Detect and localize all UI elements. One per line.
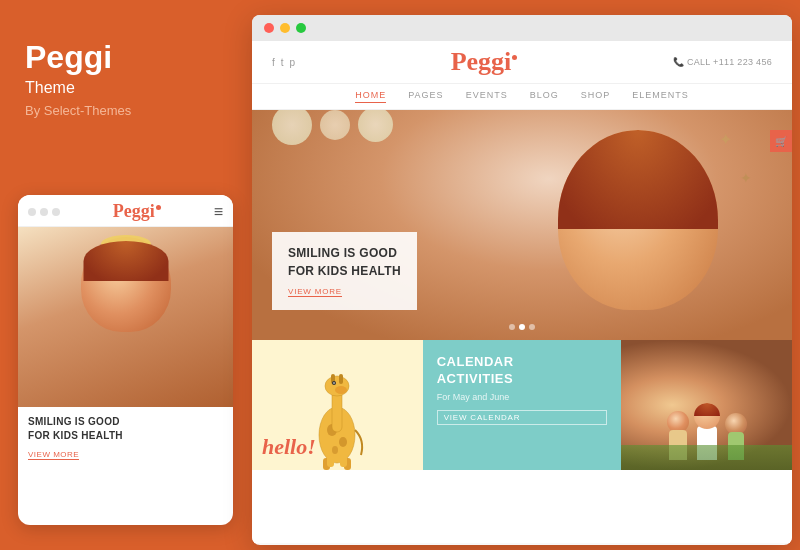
mobile-caption-title: SMILING IS GOODFOR KIDS HEALTH bbox=[28, 415, 223, 443]
cart-icon: 🛒 bbox=[775, 136, 787, 147]
slider-dot-3[interactable] bbox=[529, 324, 535, 330]
nav-pages[interactable]: PAGES bbox=[408, 90, 443, 103]
theme-title-line2: Theme bbox=[25, 79, 220, 97]
browser-dot-minimize[interactable] bbox=[280, 23, 290, 33]
svg-point-9 bbox=[334, 382, 336, 384]
baby-hair bbox=[83, 241, 168, 281]
grass bbox=[621, 445, 792, 470]
hero-baby-image bbox=[558, 130, 738, 330]
svg-point-10 bbox=[335, 386, 347, 394]
hero-title: SMILING IS GOODFOR KIDS HEALTH bbox=[288, 244, 401, 280]
slider-dot-1[interactable] bbox=[509, 324, 515, 330]
calendar-title: CALENDARACTIVITIES bbox=[437, 354, 608, 388]
site-header: f t p Peggi 📞 CALL +111 223 456 bbox=[252, 41, 792, 84]
hello-text: hello! bbox=[262, 434, 316, 460]
calendar-view-link[interactable]: VIEW CALENDAR bbox=[437, 410, 608, 425]
nav-elements[interactable]: ELEMENTS bbox=[632, 90, 689, 103]
hero-view-more-link[interactable]: VIEW MORE bbox=[288, 287, 342, 297]
social-icons: f t p bbox=[272, 57, 295, 68]
svg-rect-13 bbox=[327, 455, 334, 467]
card-illustration: hello! bbox=[252, 340, 423, 470]
mobile-menu-icon: ≡ bbox=[214, 203, 223, 221]
desktop-mockup: f t p Peggi 📞 CALL +111 223 456 HOME PAG… bbox=[252, 15, 792, 545]
mobile-header: Peggi ≡ bbox=[18, 195, 233, 227]
mobile-dots bbox=[28, 208, 60, 216]
browser-titlebar bbox=[252, 15, 792, 41]
nav-home[interactable]: HOME bbox=[355, 90, 386, 103]
nav-blog[interactable]: BLOG bbox=[530, 90, 559, 103]
mobile-caption: SMILING IS GOODFOR KIDS HEALTH VIEW MORE bbox=[18, 407, 233, 469]
floating-cart-button[interactable]: 🛒 bbox=[770, 130, 792, 152]
site-logo: Peggi bbox=[451, 47, 518, 77]
mobile-dot-2 bbox=[40, 208, 48, 216]
svg-point-3 bbox=[332, 446, 338, 454]
svg-point-2 bbox=[339, 437, 347, 447]
mobile-dot-1 bbox=[28, 208, 36, 216]
mobile-dot-3 bbox=[52, 208, 60, 216]
theme-title-line1: Peggi bbox=[25, 40, 220, 75]
theme-title: Peggi Theme bbox=[25, 40, 220, 97]
site-nav: HOME PAGES EVENTS BLOG SHOP ELEMENTS bbox=[252, 84, 792, 110]
nav-shop[interactable]: SHOP bbox=[581, 90, 611, 103]
call-label: CALL bbox=[687, 57, 710, 67]
hero-slider-dots bbox=[509, 324, 535, 330]
site-logo-dot bbox=[512, 55, 517, 60]
cards-row: hello! CALENDARACTIVITIES For May and Ju… bbox=[252, 340, 792, 470]
svg-rect-7 bbox=[339, 374, 343, 384]
svg-rect-14 bbox=[340, 455, 347, 467]
mobile-logo: Peggi bbox=[113, 201, 161, 222]
browser-dot-maximize[interactable] bbox=[296, 23, 306, 33]
site-call: 📞 CALL +111 223 456 bbox=[673, 57, 772, 67]
calendar-subtitle: For May and June bbox=[437, 392, 608, 402]
hero-section: ✦ ✦ ✦ ✦ 🛒 SMILING IS GOODFOR KIDS HEALTH… bbox=[252, 110, 792, 340]
nav-events[interactable]: EVENTS bbox=[466, 90, 508, 103]
pinterest-icon[interactable]: p bbox=[290, 57, 296, 68]
twitter-icon[interactable]: t bbox=[281, 57, 284, 68]
mobile-hero bbox=[18, 227, 233, 407]
slider-dot-2[interactable] bbox=[519, 324, 525, 330]
mobile-logo-dot bbox=[156, 205, 161, 210]
left-panel: Peggi Theme By Select-Themes Peggi ≡ bbox=[0, 0, 245, 550]
card-calendar: CALENDARACTIVITIES For May and June VIEW… bbox=[423, 340, 622, 470]
mobile-view-more[interactable]: VIEW MORE bbox=[28, 450, 79, 460]
hero-overlay: SMILING IS GOODFOR KIDS HEALTH VIEW MORE bbox=[272, 232, 417, 310]
browser-dot-close[interactable] bbox=[264, 23, 274, 33]
mobile-mockup: Peggi ≡ SMILING IS GOODFOR KIDS HEALTH V… bbox=[18, 195, 233, 525]
decorations bbox=[272, 110, 393, 145]
by-line: By Select-Themes bbox=[25, 103, 220, 118]
card-children-photo bbox=[621, 340, 792, 470]
svg-rect-4 bbox=[332, 390, 342, 432]
phone-number: +111 223 456 bbox=[713, 57, 772, 67]
browser-content: f t p Peggi 📞 CALL +111 223 456 HOME PAG… bbox=[252, 41, 792, 543]
svg-point-5 bbox=[325, 376, 349, 396]
facebook-icon[interactable]: f bbox=[272, 57, 275, 68]
star-decoration-3: ✦ bbox=[740, 170, 752, 186]
